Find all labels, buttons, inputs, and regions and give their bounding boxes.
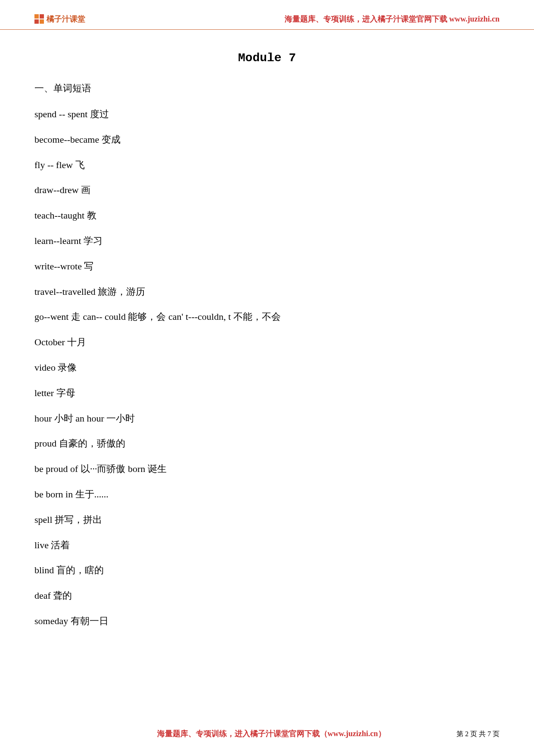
content-line: write--wrote 写 [0, 260, 534, 273]
content-line: proud 自豪的，骄傲的 [0, 437, 534, 450]
logo-text: 橘子汁课堂 [47, 14, 85, 24]
content-line: live 活着 [0, 539, 534, 552]
footer-tagline: 海量题库、专项训练，进入橘子汁课堂官网下载（www.juzizhi.cn） [34, 728, 456, 739]
content-line: October 十月 [0, 336, 534, 349]
content-line: draw--drew 画 [0, 184, 534, 197]
page-header: 橘子汁课堂 海量题库、专项训练，进入橘子汁课堂官网下载 www.juzizhi.… [0, 0, 534, 30]
content-line: deaf 聋的 [0, 589, 534, 603]
logo-area: 橘子汁课堂 [34, 14, 85, 24]
footer-page-info: 第 2 页 共 7 页 [456, 730, 500, 739]
content-line: be proud of 以···而骄傲 born 诞生 [0, 462, 534, 476]
content-line: be born in 生于...... [0, 488, 534, 501]
content-line: video 录像 [0, 361, 534, 375]
content-line: fly -- flew 飞 [0, 159, 534, 172]
content-body: spend -- spent 度过become--became 变成fly --… [0, 108, 534, 628]
header-tagline: 海量题库、专项训练，进入橘子汁课堂官网下载 www.juzizhi.cn [285, 14, 500, 24]
content-line: letter 字母 [0, 387, 534, 400]
content-line: spell 拼写，拼出 [0, 513, 534, 527]
content-line: blind 盲的，瞎的 [0, 564, 534, 577]
content-line: spend -- spent 度过 [0, 108, 534, 121]
content-line: hour 小时 an hour 一小时 [0, 412, 534, 425]
page-footer: 海量题库、专项训练，进入橘子汁课堂官网下载（www.juzizhi.cn） 第 … [0, 728, 534, 739]
content-line: travel--travelled 旅游，游历 [0, 285, 534, 299]
page-title: Module 7 [0, 51, 534, 65]
content-line: learn--learnt 学习 [0, 234, 534, 248]
content-line: go--went 走 can-- could 能够，会 can' t---cou… [0, 310, 534, 324]
section-heading: 一、单词短语 [0, 82, 534, 95]
logo-icon [34, 14, 44, 24]
content-line: someday 有朝一日 [0, 615, 534, 628]
content-line: teach--taught 教 [0, 209, 534, 222]
content-line: become--became 变成 [0, 133, 534, 147]
